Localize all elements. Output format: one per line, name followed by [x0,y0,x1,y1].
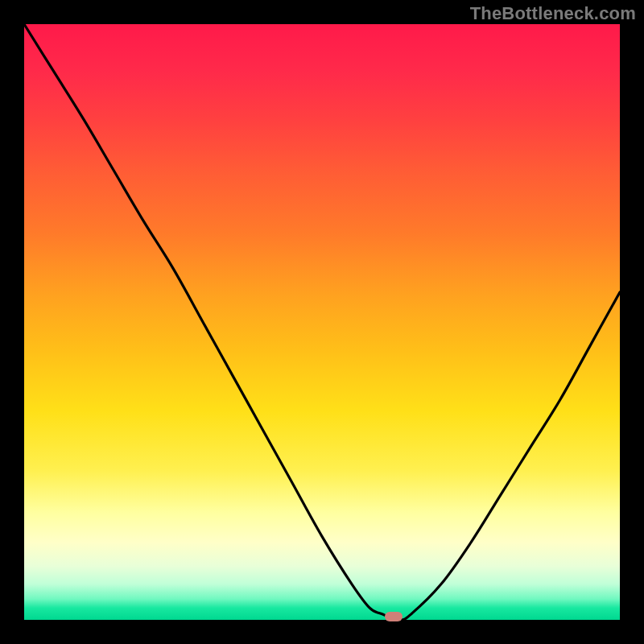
bottleneck-curve [24,24,620,620]
optimum-marker [385,612,402,621]
plot-area [24,24,620,620]
watermark-text: TheBottleneck.com [470,3,636,24]
chart-container: TheBottleneck.com [0,0,644,644]
